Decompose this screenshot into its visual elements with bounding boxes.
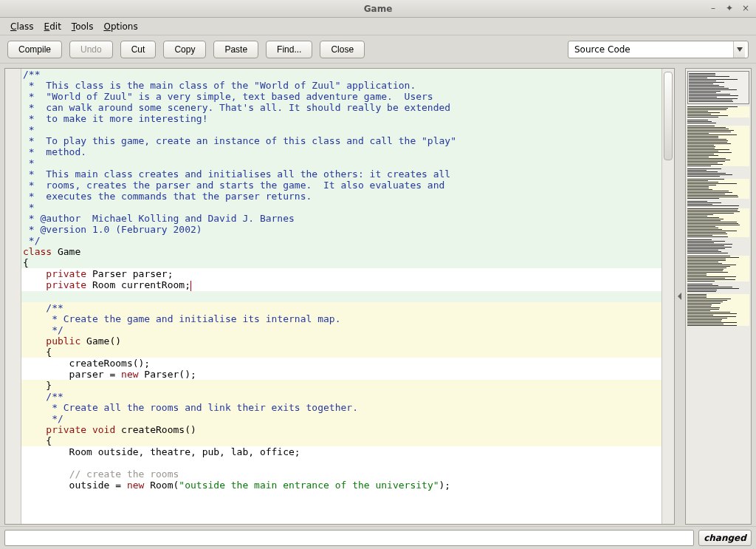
chevron-down-icon xyxy=(733,41,745,58)
code-line[interactable]: { xyxy=(21,257,662,268)
code-line[interactable]: */ xyxy=(21,235,662,246)
code-line[interactable]: } xyxy=(21,380,662,391)
code-line[interactable]: * @version 1.0 (February 2002) xyxy=(21,224,662,235)
close-window-icon[interactable]: × xyxy=(740,3,752,15)
code-line[interactable]: /** xyxy=(21,302,662,313)
code-line[interactable]: * xyxy=(21,202,662,213)
code-line[interactable]: createRooms(); xyxy=(21,358,662,369)
code-line[interactable]: outside = new Room("outside the main ent… xyxy=(21,480,662,491)
copy-button[interactable]: Copy xyxy=(163,41,206,58)
cut-button[interactable]: Cut xyxy=(120,41,157,58)
vertical-scrollbar[interactable] xyxy=(662,69,674,524)
close-button[interactable]: Close xyxy=(320,41,365,58)
source-editor[interactable]: /** * This class is the main class of th… xyxy=(21,69,662,524)
menu-class[interactable]: Class xyxy=(6,20,38,33)
paste-button[interactable]: Paste xyxy=(213,41,258,58)
dropdown-label: Source Code xyxy=(574,44,630,55)
code-line[interactable]: * can walk around some scenery. That's a… xyxy=(21,102,662,113)
code-line[interactable]: * xyxy=(21,124,662,135)
undo-button[interactable]: Undo xyxy=(69,41,113,58)
breakpoint-gutter[interactable] xyxy=(5,69,21,524)
code-line[interactable]: /** xyxy=(21,391,662,402)
code-line[interactable]: * @author Michael Kolling and David J. B… xyxy=(21,213,662,224)
status-changed-indicator: changed xyxy=(698,530,752,546)
code-line[interactable]: class Game xyxy=(21,246,662,257)
status-message xyxy=(4,530,694,546)
code-line[interactable] xyxy=(21,291,662,302)
code-line[interactable]: Room outside, theatre, pub, lab, office; xyxy=(21,446,662,457)
code-line[interactable]: private Parser parser; xyxy=(21,268,662,279)
code-line[interactable]: private void createRooms() xyxy=(21,424,662,435)
scrollbar-thumb[interactable] xyxy=(664,72,673,160)
find-button[interactable]: Find... xyxy=(266,41,312,58)
code-line[interactable]: * xyxy=(21,157,662,168)
splitter-handle[interactable] xyxy=(678,68,682,525)
code-line[interactable]: { xyxy=(21,435,662,446)
code-line[interactable]: * Create the game and initialise its int… xyxy=(21,313,662,324)
code-line[interactable]: * To play this game, create an instance … xyxy=(21,135,662,146)
view-mode-dropdown[interactable]: Source Code xyxy=(568,41,749,58)
editor-frame: /** * This class is the main class of th… xyxy=(4,68,675,525)
menu-tools[interactable]: Tools xyxy=(67,20,98,33)
code-line[interactable]: */ xyxy=(21,413,662,424)
menu-edit[interactable]: Edit xyxy=(40,20,66,33)
code-line[interactable]: * executes the commands that the parser … xyxy=(21,191,662,202)
window-titlebar: Game – ✦ × xyxy=(0,0,756,18)
code-line[interactable]: parser = new Parser(); xyxy=(21,369,662,380)
code-line[interactable] xyxy=(21,457,662,468)
maximize-icon[interactable]: ✦ xyxy=(724,3,735,15)
code-line[interactable]: */ xyxy=(21,324,662,335)
toolbar: Compile Undo Cut Copy Paste Find... Clos… xyxy=(0,35,756,64)
code-line[interactable]: * "World of Zuul" is a very simple, text… xyxy=(21,91,662,102)
text-cursor xyxy=(190,281,191,291)
code-line[interactable]: // create the rooms xyxy=(21,468,662,480)
menubar: Class Edit Tools Options xyxy=(0,18,756,35)
svg-marker-0 xyxy=(737,47,743,52)
code-line[interactable]: { xyxy=(21,347,662,358)
statusbar: changed xyxy=(0,527,756,549)
menu-options[interactable]: Options xyxy=(99,20,142,33)
code-line[interactable]: public Game() xyxy=(21,335,662,347)
code-line[interactable]: * to make it more interesting! xyxy=(21,113,662,124)
window-title: Game xyxy=(364,4,393,14)
code-minimap[interactable] xyxy=(685,68,752,525)
compile-button[interactable]: Compile xyxy=(7,41,62,58)
code-line[interactable]: * Create all the rooms and link their ex… xyxy=(21,402,662,413)
code-line[interactable]: * method. xyxy=(21,146,662,157)
code-line[interactable]: * This main class creates and initialise… xyxy=(21,168,662,180)
svg-marker-1 xyxy=(678,293,681,300)
code-line[interactable]: private Room currentRoom; xyxy=(21,279,662,291)
code-line[interactable]: * This class is the main class of the "W… xyxy=(21,80,662,91)
code-line[interactable]: /** xyxy=(21,69,662,80)
minimize-icon[interactable]: – xyxy=(707,3,719,15)
code-line[interactable]: * rooms, creates the parser and starts t… xyxy=(21,180,662,191)
